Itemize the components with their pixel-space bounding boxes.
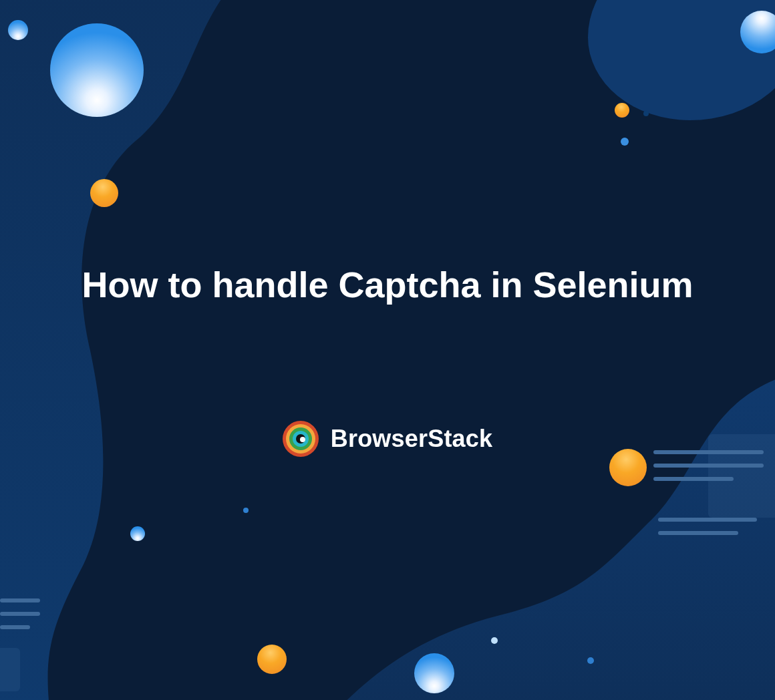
decor-card [0,648,20,691]
decor-dot-icon [491,637,498,644]
decor-circle-icon [257,645,287,674]
promo-graphic: How to handle Captcha in Selenium Browse… [0,0,775,700]
decor-circle-icon [130,526,145,541]
decor-dot-icon [587,657,594,664]
bg-shape-left [0,0,267,700]
decor-circle-icon [414,653,454,693]
brand-name: BrowserStack [331,425,493,453]
browserstack-logo-icon [283,421,319,457]
decor-dot-icon [643,111,649,116]
decor-lines [0,598,40,639]
brand-row: BrowserStack [0,421,775,457]
decor-circle-icon [90,179,118,207]
decor-dot-icon [621,138,629,146]
decor-circle-icon [8,20,28,40]
decor-dot-icon [243,508,249,513]
decor-lines [658,518,762,544]
decor-circle-icon [615,103,629,118]
decor-circle-icon [50,23,144,117]
page-title: How to handle Captcha in Selenium [0,260,775,309]
